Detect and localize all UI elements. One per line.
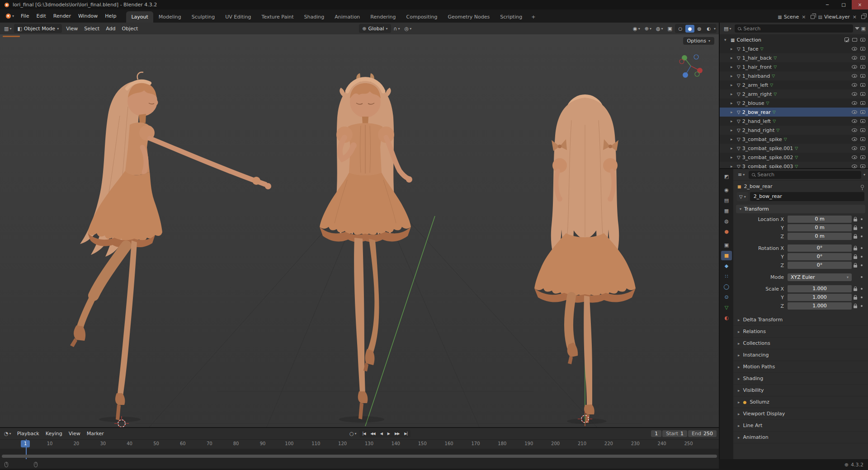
disable-render-icon[interactable] [860,65,865,69]
play-reverse-button[interactable]: ◀ [378,430,385,437]
outliner-row[interactable]: ▸ ▽ 3_combat_spike.002 ▽ [720,153,868,162]
properties-search-input[interactable]: Search [749,171,861,179]
workspace-tab[interactable]: Scripting [495,11,527,23]
tab-scene[interactable]: ◍ [721,216,732,226]
disable-render-icon[interactable] [860,110,865,114]
lock-icon[interactable] [854,248,857,250]
hide-viewport-icon[interactable] [852,47,857,51]
outliner-row[interactable]: ▸ ▽ 1_hairband ▽ [720,71,868,80]
timeline-menu[interactable]: Marker [84,429,107,438]
add-workspace-button[interactable]: + [528,11,539,23]
disable-render-icon[interactable] [860,164,865,168]
gizmos-dropdown[interactable]: ⊕ ▾ [643,24,653,33]
animate-dot-icon[interactable] [861,288,863,290]
animate-dot-icon[interactable] [861,256,863,258]
properties-section[interactable]: ▸ Motion Paths [733,361,868,373]
properties-section[interactable]: ▸ Collections [733,338,868,349]
timeline-menu[interactable]: View [66,429,84,438]
options-button[interactable]: Options ▾ [683,37,714,45]
disclosure-closed-icon[interactable]: ▸ [731,137,735,141]
workspace-tab[interactable]: Texture Paint [257,11,299,23]
properties-section[interactable]: ▸ Delta Transform [733,314,868,326]
tab-object[interactable]: ■ [721,251,732,260]
timeline-body[interactable]: 1020304050607080901001101201301401501601… [0,439,719,459]
transform-panel-header[interactable]: ▾ Transform [736,205,865,213]
location-value-field[interactable]: 0 m [788,224,852,231]
scale-value-field[interactable]: 1.000 [788,302,852,310]
object-type-dropdown[interactable]: ▽ ▾ [737,192,748,201]
new-scene-button[interactable] [811,15,815,19]
disable-render-icon[interactable] [860,56,865,60]
menubar-menu[interactable]: Edit [33,11,49,21]
shading-rendered-button[interactable]: ◐ [704,25,713,33]
tab-collection[interactable]: ▣ [721,240,732,250]
disclosure-closed-icon[interactable]: ▸ [731,128,735,132]
disable-render-icon[interactable] [860,38,865,42]
overlays-dropdown[interactable]: ◍ ▾ [654,24,665,33]
workspace-tab[interactable]: Animation [330,11,365,23]
animate-dot-icon[interactable] [861,276,863,278]
viewport-3d[interactable]: Options ▾ [0,34,719,427]
object-name-field[interactable]: 2_bow_rear [750,192,864,201]
lock-icon[interactable] [854,288,857,291]
visibility-dropdown[interactable]: ◉ ▾ [631,24,642,33]
hide-viewport-icon[interactable] [852,65,857,69]
current-frame-badge[interactable]: 1 [21,440,30,447]
prev-keyframe-button[interactable]: ◀◀ [368,430,377,437]
unlink-viewlayer-icon[interactable]: × [852,14,858,20]
next-keyframe-button[interactable]: ▶▶ [392,430,401,437]
menubar-menu[interactable]: Help [101,11,120,21]
hide-viewport-icon[interactable] [852,92,857,96]
disclosure-open-icon[interactable]: ▾ [724,38,729,42]
lock-icon[interactable] [854,256,857,259]
hide-viewport-icon[interactable] [852,137,857,141]
disclosure-closed-icon[interactable]: ▸ [731,146,735,150]
hide-viewport-icon[interactable] [852,56,857,60]
timeline-scrollbar[interactable] [2,455,717,458]
scene-selector[interactable]: ▦ Scene × [775,13,809,21]
disable-render-icon[interactable] [860,47,865,51]
workspace-tab[interactable]: Compositing [401,11,443,23]
outliner-row[interactable]: ▸ ▽ 2_arm_left ▽ [720,80,868,89]
shading-solid-button[interactable]: ● [685,25,694,33]
new-viewlayer-button[interactable] [861,15,865,19]
animate-dot-icon[interactable] [861,247,863,249]
properties-section[interactable]: ▸ Relations [733,326,868,338]
transform-orientation-dropdown[interactable]: ⊕ Global ▾ [359,24,391,33]
properties-section[interactable]: ▸ Shading [733,373,868,385]
properties-section[interactable]: ▸ Line Art [733,420,868,432]
animate-dot-icon[interactable] [861,296,863,298]
tab-tool[interactable]: ◩ [721,172,732,181]
workspace-tab[interactable]: Rendering [365,11,401,23]
disclosure-closed-icon[interactable]: ▸ [731,47,735,51]
timeline-menu[interactable]: Playback [14,429,42,438]
lock-icon[interactable] [854,297,857,300]
outliner-row[interactable]: ▸ ▽ 3_combat_spike.001 ▽ [720,144,868,153]
outliner-search-input[interactable]: Search [735,24,853,33]
tab-render[interactable]: ◉ [721,185,732,195]
workspace-tab[interactable]: Shading [299,11,330,23]
outliner-row[interactable]: ▸ ▽ 2_hand_right ▽ [720,126,868,135]
outliner-editor-type-button[interactable]: ▤ ▾ [722,24,733,33]
disclosure-closed-icon[interactable]: ▸ [731,110,735,114]
hide-viewport-icon[interactable] [852,128,857,132]
tab-world[interactable]: ● [721,227,732,236]
hide-viewport-icon[interactable] [852,155,857,159]
lock-icon[interactable] [854,265,857,268]
scale-value-field[interactable]: 1.000 [788,285,852,292]
disable-render-icon[interactable] [860,137,865,141]
new-collection-button[interactable]: ▣ [861,26,866,32]
disable-viewport-icon[interactable] [852,38,857,42]
minimize-button[interactable]: ─ [819,0,835,9]
disclosure-closed-icon[interactable]: ▸ [731,74,735,78]
tab-physics[interactable]: ◯ [721,282,732,291]
disable-render-icon[interactable] [860,101,865,105]
animate-dot-icon[interactable] [861,305,863,307]
tab-view-layer[interactable]: ▦ [721,206,732,216]
unlink-scene-icon[interactable]: × [801,14,807,20]
hide-viewport-icon[interactable] [852,83,857,87]
viewport-menu[interactable]: Add [103,24,118,33]
pin-icon[interactable] [861,185,864,188]
frame-end-field[interactable]: End 250 [688,430,717,437]
viewlayer-selector[interactable]: ▤ ViewLayer × [816,13,860,21]
